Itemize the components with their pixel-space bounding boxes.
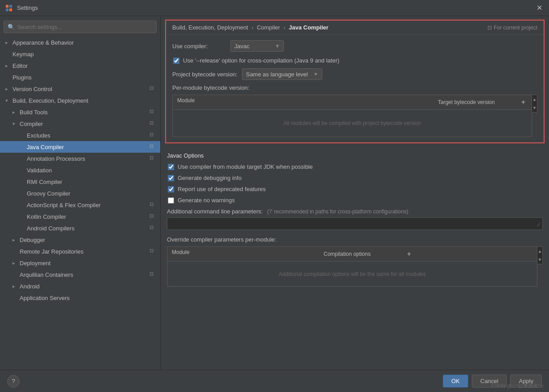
sidebar-item-editor[interactable]: ▸ Editor xyxy=(0,60,160,71)
sidebar-item-appearance[interactable]: ▸ Appearance & Behavior xyxy=(0,37,160,48)
sidebar-item-plugins[interactable]: Plugins xyxy=(0,71,160,83)
sidebar-item-excludes[interactable]: Excludes ⊡ xyxy=(0,129,160,141)
override-note: Additional compilation options will be t… xyxy=(279,271,426,277)
search-input[interactable] xyxy=(17,24,153,30)
bytecode-dropdown[interactable]: Same as language level ▼ xyxy=(242,68,322,80)
expand-arrow-icon: ▾ xyxy=(12,121,20,127)
override-col-compilation-label: Compilation options xyxy=(324,251,370,257)
scroll-up-icon[interactable]: ▲ xyxy=(531,96,539,103)
expand-arrow-icon: ▸ xyxy=(12,109,20,115)
app-icon xyxy=(4,4,13,13)
javac-options-title: Javac Options xyxy=(167,152,543,159)
params-label-row: Additional command line parameters: ('/'… xyxy=(167,208,543,215)
sidebar-item-version-control[interactable]: ▸ Version Control ⊡ xyxy=(0,83,160,95)
per-module-label: Per-module bytecode version: xyxy=(172,84,537,91)
sidebar-item-build-tools[interactable]: ▸ Build Tools ⊡ xyxy=(0,106,160,118)
close-button[interactable]: ✕ xyxy=(534,3,545,13)
svg-rect-2 xyxy=(6,8,8,11)
sidebar-item-label: Remote Jar Repositories xyxy=(20,248,148,255)
javac-options-section: Javac Options Use compiler from module t… xyxy=(161,147,549,292)
svg-rect-0 xyxy=(6,5,8,8)
help-button[interactable]: ? xyxy=(7,375,20,388)
window-title: Settings xyxy=(17,4,534,11)
expand-arrow-icon: ▾ xyxy=(5,98,12,104)
breadcrumb-part2: Compiler xyxy=(257,24,280,31)
sidebar-item-label: Annotation Processors xyxy=(27,155,148,162)
params-note: ('/' recommended in paths for cross-plat… xyxy=(267,209,408,215)
sidebar-item-android[interactable]: ▸ Android xyxy=(0,280,160,292)
ok-button[interactable]: OK xyxy=(443,375,468,388)
generate-no-warnings-checkbox[interactable] xyxy=(168,197,174,204)
sidebar-item-android-compilers[interactable]: Android Compilers ⊡ xyxy=(0,222,160,234)
sidebar: 🔍 ▸ Appearance & Behavior Keymap ▸ Edito… xyxy=(0,16,161,370)
sidebar-item-label: Application Servers xyxy=(20,295,157,301)
sidebar-item-label: Android Compilers xyxy=(27,225,148,232)
additional-params-section: Additional command line parameters: ('/'… xyxy=(167,208,543,230)
sidebar-item-deployment[interactable]: ▸ Deployment xyxy=(0,257,160,269)
use-compiler-jdk-checkbox[interactable] xyxy=(168,164,174,170)
generate-no-warnings-row: Generate no warnings xyxy=(167,197,543,204)
expand-arrow-icon: ▸ xyxy=(5,86,12,92)
sidebar-item-label: Plugins xyxy=(12,74,157,81)
per-module-note: All modules will be compiled with projec… xyxy=(283,120,421,126)
override-table-container: Module Compilation options + Additional … xyxy=(167,246,543,287)
sidebar-item-label: Kotlin Compiler xyxy=(27,213,148,220)
sync-icon: ⊡ xyxy=(150,201,157,209)
sidebar-item-label: Appearance & Behavior xyxy=(12,39,157,46)
scroll-down-icon[interactable]: ▼ xyxy=(531,104,539,111)
additional-params-input[interactable]: ⤢ xyxy=(167,217,543,230)
sidebar-item-remote-jar[interactable]: Remote Jar Repositories ⊡ xyxy=(0,246,160,257)
sync-icon: ⊡ xyxy=(150,143,157,150)
sidebar-item-label: Validation xyxy=(27,167,157,174)
settings-window: Settings ✕ 🔍 ▸ Appearance & Behavior Key… xyxy=(0,0,549,392)
release-option-checkbox[interactable] xyxy=(173,58,179,64)
report-deprecated-checkbox[interactable] xyxy=(168,186,174,192)
sidebar-item-label: Deployment xyxy=(20,260,157,267)
sidebar-item-debugger[interactable]: ▸ Debugger xyxy=(0,234,160,246)
sidebar-item-label: Java Compiler xyxy=(27,144,148,150)
sidebar-item-groovy-compiler[interactable]: Groovy Compiler xyxy=(0,188,160,199)
sidebar-item-annotation-processors[interactable]: Annotation Processors ⊡ xyxy=(0,153,160,164)
breadcrumb-part3: Java Compiler xyxy=(289,24,329,31)
override-label: Override compiler parameters per-module: xyxy=(167,236,543,243)
sidebar-item-arquillian[interactable]: Arquillian Containers ⊡ xyxy=(0,269,160,280)
sync-icon: ⊡ xyxy=(150,213,157,220)
generate-no-warnings-label: Generate no warnings xyxy=(178,197,235,204)
add-module-button[interactable]: + xyxy=(520,97,527,107)
release-option-label: Use '--release' option for cross-compila… xyxy=(183,57,339,64)
sidebar-item-label: Compiler xyxy=(20,121,148,127)
override-col-module: Module xyxy=(167,247,319,261)
search-box[interactable]: 🔍 xyxy=(4,21,157,33)
generate-debug-checkbox[interactable] xyxy=(168,175,174,181)
additional-params-label: Additional command line parameters: xyxy=(167,208,263,215)
use-compiler-row: Use compiler: Javac ▼ xyxy=(172,40,537,52)
sidebar-item-validation[interactable]: Validation xyxy=(0,164,160,176)
sidebar-item-rmi-compiler[interactable]: RMI Compiler xyxy=(0,176,160,188)
sync-icon: ⊡ xyxy=(150,248,157,255)
scroll-up-icon[interactable]: ▲ xyxy=(536,248,544,254)
expand-arrow-icon: ▸ xyxy=(5,63,12,69)
main-panel: Build, Execution, Deployment › Compiler … xyxy=(161,16,549,370)
add-override-button[interactable]: + xyxy=(405,249,413,259)
sidebar-item-keymap[interactable]: Keymap xyxy=(0,48,160,60)
sidebar-item-label: Groovy Compiler xyxy=(27,190,157,197)
scroll-down-icon[interactable]: ▼ xyxy=(536,256,544,263)
breadcrumb-sep1: › xyxy=(251,24,255,31)
sidebar-item-actionscript-compiler[interactable]: ActionScript & Flex Compiler ⊡ xyxy=(0,199,160,211)
sidebar-item-label: Version Control xyxy=(12,86,148,92)
sidebar-item-build-execution[interactable]: ▾ Build, Execution, Deployment xyxy=(0,95,160,106)
sidebar-item-kotlin-compiler[interactable]: Kotlin Compiler ⊡ xyxy=(0,211,160,222)
watermark: CSDN @☆*仕事随風*☆ xyxy=(491,383,545,389)
override-section: Override compiler parameters per-module:… xyxy=(167,236,543,287)
sync-icon: ⊡ xyxy=(150,108,157,116)
sidebar-item-compiler[interactable]: ▾ Compiler ⊡ xyxy=(0,118,160,129)
col-target-label: Target bytecode version xyxy=(438,99,495,105)
sync-icon: ⊡ xyxy=(150,132,157,139)
sidebar-item-java-compiler[interactable]: Java Compiler ⊡ xyxy=(0,141,160,153)
sidebar-item-app-servers[interactable]: Application Servers xyxy=(0,292,160,304)
compiler-dropdown[interactable]: Javac ▼ xyxy=(230,40,284,52)
override-table-body: Additional compilation options will be t… xyxy=(167,262,537,286)
compiler-form: Use compiler: Javac ▼ Use '--release' op… xyxy=(166,35,544,142)
svg-rect-1 xyxy=(9,5,12,8)
expand-arrow-icon: ▸ xyxy=(12,237,20,243)
